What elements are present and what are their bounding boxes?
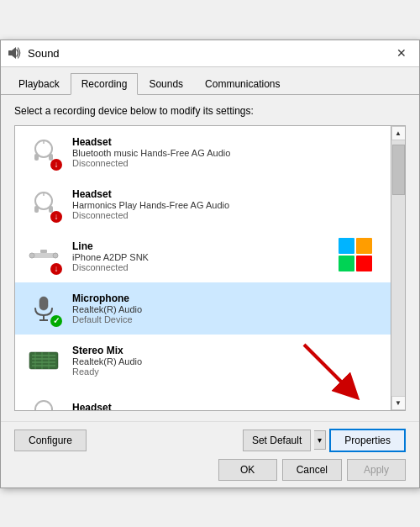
tab-communications[interactable]: Communications: [194, 73, 291, 95]
set-default-dropdown[interactable]: ▾: [314, 430, 326, 450]
svg-rect-15: [356, 238, 372, 254]
scroll-thumb[interactable]: [392, 145, 405, 195]
device-item-headset-veytron[interactable]: Headset VEYTRON NORDIC Hands-Free Audio: [15, 387, 391, 410]
device-info-4: Microphone Realtek(R) Audio Default Devi…: [72, 292, 382, 324]
right-buttons: Set Default ▾ Properties: [243, 429, 406, 452]
set-default-button[interactable]: Set Default: [243, 430, 311, 451]
device-item-line[interactable]: ↓ Line iPhone A2DP SNK Disconnected: [15, 230, 391, 282]
device-info-1: Headset Bluetooth music Hands-Free AG Au…: [72, 136, 382, 168]
device-list: ↓ Headset Bluetooth music Hands-Free AG …: [15, 126, 391, 410]
configure-button[interactable]: Configure: [14, 430, 87, 451]
main-content: Select a recording device below to modif…: [1, 95, 419, 421]
svg-rect-0: [8, 50, 12, 55]
svg-marker-1: [12, 47, 16, 59]
scrollbar: ▲ ▼: [391, 126, 405, 410]
window-title: Sound: [28, 47, 60, 60]
disconnected-badge-1: ↓: [50, 159, 62, 171]
disconnected-badge-2: ↓: [50, 211, 62, 223]
svg-point-12: [53, 253, 58, 258]
stereo-mix-icon: [29, 345, 59, 376]
device-item-microphone[interactable]: ✓ Microphone Realtek(R) Audio Default De…: [15, 282, 391, 335]
svg-rect-7: [34, 206, 39, 213]
device-icon-wrapper-2: ↓: [24, 184, 64, 224]
scroll-down-arrow[interactable]: ▼: [391, 396, 406, 410]
svg-rect-18: [39, 297, 48, 310]
scroll-up-arrow[interactable]: ▲: [391, 126, 406, 140]
device-item-headset-bt[interactable]: ↓ Headset Bluetooth music Hands-Free AG …: [15, 126, 391, 178]
bottom-row2: OK Cancel Apply: [14, 459, 406, 481]
disconnected-badge-3: ↓: [50, 263, 62, 275]
device-item-stereo-mix[interactable]: Stereo Mix Realtek(R) Audio Ready: [15, 335, 391, 387]
title-bar-left: Sound: [8, 45, 60, 61]
device-icon-wrapper-6: [24, 393, 64, 410]
title-bar: Sound ✕: [1, 40, 419, 67]
svg-rect-3: [34, 154, 39, 161]
device-item-headset-harmonics[interactable]: ↓ Headset Harmonics Play Hands-Free AG A…: [15, 178, 391, 230]
svg-rect-17: [356, 256, 372, 271]
sound-dialog: Sound ✕ Playback Recording Sounds Commun…: [0, 40, 420, 488]
tab-playback[interactable]: Playback: [8, 73, 71, 95]
device-icon-wrapper-5: [24, 340, 64, 381]
device-info-6: Headset VEYTRON NORDIC Hands-Free Audio: [72, 402, 382, 410]
svg-rect-13: [40, 250, 47, 253]
win10-logo: [337, 236, 374, 276]
scroll-track[interactable]: [391, 140, 405, 396]
default-badge: ✓: [50, 315, 62, 327]
properties-button[interactable]: Properties: [329, 429, 406, 452]
ok-button[interactable]: OK: [218, 459, 277, 481]
device-icon-wrapper-3: ↓: [24, 236, 64, 277]
tab-recording[interactable]: Recording: [71, 73, 139, 95]
cancel-button[interactable]: Cancel: [282, 459, 342, 481]
headset-icon-3: [29, 398, 59, 410]
device-info-3: Line iPhone A2DP SNK Disconnected: [72, 240, 337, 272]
device-icon-wrapper: ↓: [24, 132, 64, 172]
close-button[interactable]: ✕: [391, 44, 412, 62]
svg-rect-21: [29, 352, 58, 369]
instruction-text: Select a recording device below to modif…: [14, 105, 406, 117]
device-icon-wrapper-4: ✓: [24, 288, 64, 329]
bottom-row1: Configure Set Default ▾ Properties: [14, 429, 406, 452]
apply-button[interactable]: Apply: [347, 459, 406, 481]
svg-rect-16: [339, 256, 354, 271]
tab-sounds[interactable]: Sounds: [138, 73, 194, 95]
svg-point-11: [29, 253, 34, 258]
speaker-icon: [8, 45, 23, 61]
svg-rect-14: [339, 238, 354, 254]
device-list-container: ↓ Headset Bluetooth music Hands-Free AG …: [14, 125, 406, 411]
bottom-bar: Configure Set Default ▾ Properties OK Ca…: [1, 421, 419, 487]
device-info-2: Headset Harmonics Play Hands-Free AG Aud…: [72, 188, 382, 220]
device-info-5: Stereo Mix Realtek(R) Audio Ready: [72, 345, 382, 377]
tab-bar: Playback Recording Sounds Communications: [1, 67, 419, 95]
svg-point-29: [35, 401, 52, 410]
